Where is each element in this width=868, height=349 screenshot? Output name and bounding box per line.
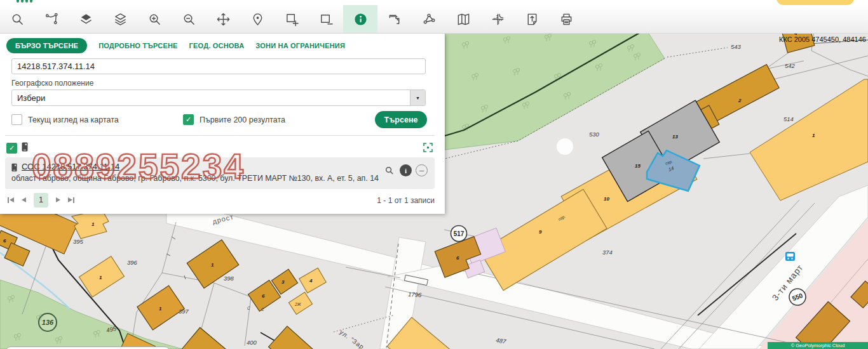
panel-divider bbox=[5, 135, 435, 136]
result-card[interactable]: СОС 14218.517.374.11.14 област Габрово, … bbox=[5, 157, 435, 189]
bus-stop-icon bbox=[785, 252, 795, 261]
svg-text:397: 397 bbox=[179, 308, 189, 315]
map-attribution: © GeoPolymorphic Cloud bbox=[768, 342, 868, 349]
zoom-to-results-icon[interactable] bbox=[423, 143, 433, 155]
first-page-button[interactable] bbox=[8, 197, 14, 203]
current-view-checkbox[interactable] bbox=[11, 114, 22, 125]
previous-page-button[interactable] bbox=[22, 197, 26, 202]
first200-label: Първите 200 резултата bbox=[200, 115, 285, 124]
svg-text:15: 15 bbox=[635, 163, 641, 169]
building-icon bbox=[11, 163, 17, 174]
measure-area-icon[interactable] bbox=[412, 5, 446, 33]
last-page-button[interactable] bbox=[68, 197, 74, 203]
locate-pin-icon[interactable] bbox=[240, 5, 275, 33]
svg-text:3: 3 bbox=[281, 279, 285, 285]
select-rect-add-icon[interactable] bbox=[275, 5, 309, 33]
map-sheets-icon[interactable] bbox=[446, 5, 480, 33]
identify-info-icon[interactable] bbox=[343, 5, 377, 33]
road-badge-517: 517 bbox=[451, 226, 467, 242]
current-page[interactable]: 1 bbox=[34, 193, 48, 207]
select-rect-remove-icon[interactable] bbox=[309, 5, 343, 33]
roundabout bbox=[557, 138, 573, 155]
logo-dot bbox=[25, 0, 28, 3]
results-header: ✓ bbox=[6, 142, 28, 154]
svg-text:1: 1 bbox=[812, 133, 815, 138]
svg-text:395: 395 bbox=[73, 238, 84, 245]
svg-text:400: 400 bbox=[247, 339, 257, 346]
search-panel: БЪРЗО ТЪРСЕНЕ ПОДРОБНО ТЪРСЕНЕ ГЕОД. ОСН… bbox=[0, 33, 445, 214]
svg-text:514: 514 bbox=[783, 115, 794, 122]
svg-text:2: 2 bbox=[738, 98, 742, 103]
current-view-label: Текущ изглед на картата bbox=[28, 115, 119, 124]
zoom-in-icon[interactable] bbox=[137, 5, 172, 33]
geo-select[interactable]: Избери ▼ bbox=[11, 89, 426, 106]
browser-edge-strip bbox=[0, 0, 868, 5]
print-icon[interactable] bbox=[549, 5, 583, 33]
coordinates-axes-icon[interactable] bbox=[480, 5, 515, 33]
logo-dot bbox=[21, 0, 24, 3]
svg-text:542: 542 bbox=[785, 62, 796, 69]
geo-position-label: Географско положение bbox=[11, 79, 93, 88]
select-all-checkbox[interactable]: ✓ bbox=[6, 143, 17, 154]
export-page-icon[interactable] bbox=[515, 5, 549, 33]
first200-option: ✓ Първите 200 резултата bbox=[183, 114, 285, 125]
svg-text:396: 396 bbox=[127, 259, 138, 266]
svg-text:1: 1 bbox=[99, 275, 102, 280]
result-remove-icon[interactable]: – bbox=[416, 164, 428, 176]
pagination: 1 bbox=[8, 192, 74, 207]
result-info-icon[interactable]: i bbox=[400, 164, 412, 176]
tab-quick-search[interactable]: БЪРЗО ТЪРСЕНЕ bbox=[6, 38, 87, 53]
result-title-link[interactable]: СОС 14218.517.374.11.14 bbox=[22, 162, 119, 171]
search-button[interactable]: Търсене bbox=[375, 111, 427, 128]
map-overview-box bbox=[5, 346, 170, 349]
svg-text:4: 4 bbox=[309, 278, 313, 284]
search-tabs: БЪРЗО ТЪРСЕНЕ ПОДРОБНО ТЪРСЕНЕ ГЕОД. ОСН… bbox=[0, 33, 445, 55]
svg-text:С: С bbox=[261, 307, 264, 312]
svg-text:374: 374 bbox=[602, 249, 613, 256]
current-view-option: Текущ изглед на картата bbox=[11, 114, 119, 125]
svg-text:2Ж: 2Ж bbox=[294, 302, 302, 306]
svg-text:1796: 1796 bbox=[408, 291, 423, 298]
road-badge-136: 136 bbox=[39, 313, 57, 331]
layers-filled-icon[interactable] bbox=[69, 5, 103, 33]
svg-text:543: 543 bbox=[731, 43, 742, 50]
search-input[interactable] bbox=[11, 58, 426, 74]
coordinate-readout: ККС 2005 4745450, 484146 bbox=[779, 36, 866, 43]
logo-dot bbox=[30, 0, 32, 3]
route-measure-icon[interactable] bbox=[34, 5, 69, 33]
svg-text:530: 530 bbox=[589, 131, 600, 138]
svg-text:1: 1 bbox=[211, 262, 214, 268]
svg-text:398: 398 bbox=[224, 275, 234, 282]
svg-text:9: 9 bbox=[539, 229, 542, 235]
map-toolbar bbox=[0, 5, 868, 34]
svg-text:1: 1 bbox=[92, 221, 95, 227]
next-page-button[interactable] bbox=[56, 197, 60, 202]
header-action-button[interactable] bbox=[776, 0, 854, 5]
first200-checkbox[interactable]: ✓ bbox=[183, 114, 194, 125]
pan-icon[interactable] bbox=[206, 5, 240, 33]
svg-text:10: 10 bbox=[604, 196, 609, 202]
svg-text:1: 1 bbox=[159, 306, 162, 312]
svg-text:136: 136 bbox=[42, 319, 54, 326]
svg-text:6: 6 bbox=[456, 255, 459, 261]
svg-text:6: 6 bbox=[3, 238, 6, 244]
geo-select-value: Избери bbox=[17, 93, 45, 103]
zoom-to-result-icon[interactable] bbox=[383, 164, 395, 176]
svg-text:13: 13 bbox=[672, 134, 678, 140]
svg-text:517: 517 bbox=[454, 230, 465, 237]
logo-dot bbox=[17, 0, 19, 3]
app-window: 517 550 136 3-ти март дрост ул. "Зар 543… bbox=[0, 0, 868, 349]
chevron-down-icon[interactable]: ▼ bbox=[410, 90, 425, 105]
tab-geodetic-basis[interactable]: ГЕОД. ОСНОВА bbox=[189, 42, 245, 49]
layers-stack-icon[interactable] bbox=[103, 5, 137, 33]
search-tool-icon[interactable] bbox=[0, 5, 34, 33]
building-type-icon bbox=[22, 142, 28, 154]
tab-restriction-zones[interactable]: ЗОНИ НА ОГРАНИЧЕНИЯ bbox=[255, 42, 345, 49]
zoom-out-icon[interactable] bbox=[172, 5, 206, 33]
measure-distance-icon[interactable] bbox=[377, 5, 412, 33]
tab-detailed-search[interactable]: ПОДРОБНО ТЪРСЕНЕ bbox=[98, 42, 177, 49]
result-address: област Габрово, община Габрово, гр. Габр… bbox=[11, 174, 379, 183]
svg-text:6: 6 bbox=[262, 293, 265, 299]
svg-text:С: С bbox=[247, 306, 250, 310]
pagination-summary: 1 - 1 от 1 записи bbox=[377, 196, 435, 205]
